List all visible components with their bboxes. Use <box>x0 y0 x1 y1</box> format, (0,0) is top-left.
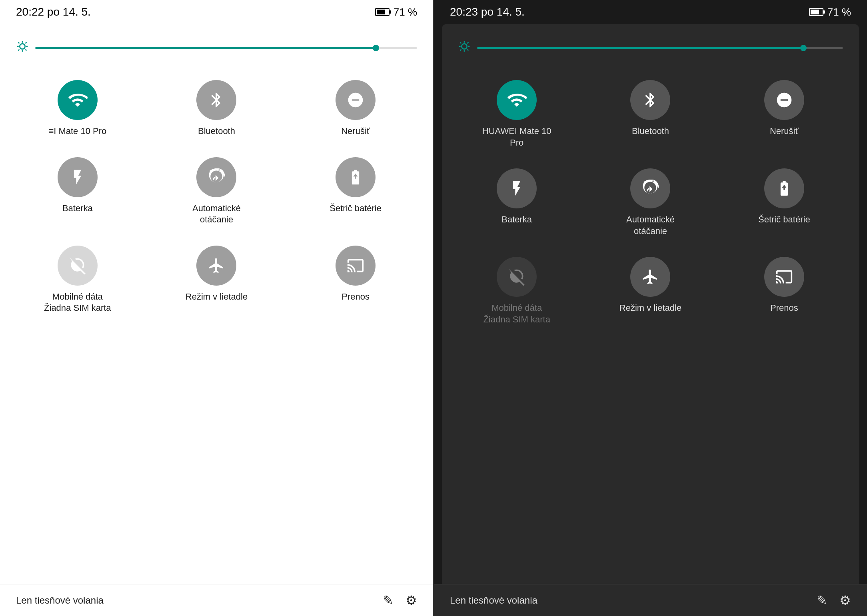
right-tile-wifi-label: HUAWEI Mate 10Pro <box>482 126 551 148</box>
left-brightness-slider[interactable] <box>35 47 417 49</box>
right-tile-airplane[interactable]: Režim v lietadle <box>583 249 717 333</box>
left-tile-wifi-circle <box>58 80 98 120</box>
left-tile-rotate-label: Automatickéotáčanie <box>192 203 241 226</box>
left-battery-label: 71 % <box>394 6 417 18</box>
right-tile-bluetooth-label: Bluetooth <box>632 126 669 137</box>
left-tile-dnd[interactable]: Nerušiť <box>286 72 425 145</box>
right-tile-battery-saver-label: Šetrič batérie <box>758 214 810 226</box>
svg-line-8 <box>18 50 20 51</box>
right-battery-label: 71 % <box>827 6 851 18</box>
svg-line-7 <box>26 42 27 44</box>
right-battery-icon <box>809 8 823 16</box>
right-notification-panel: HUAWEI Mate 10Pro Bluetooth Neruši <box>442 24 859 584</box>
left-tile-wifi[interactable]: ≡I Mate 10 Pro <box>8 72 147 145</box>
left-settings-icon[interactable]: ⚙ <box>406 593 417 608</box>
right-brightness-row[interactable] <box>442 32 859 68</box>
left-tile-mobile-data-label: Mobilné dáta <box>44 291 111 303</box>
left-tile-bluetooth-label: Bluetooth <box>198 126 235 137</box>
left-tile-rotate[interactable]: Automatickéotáčanie <box>147 149 286 234</box>
svg-line-5 <box>18 42 20 44</box>
left-brightness-thumb <box>373 45 379 51</box>
svg-line-17 <box>460 50 461 51</box>
left-bottom-bar: Len tiesňové volania ✎ ⚙ <box>0 584 433 616</box>
right-tile-rotate[interactable]: Automatickéotáčanie <box>583 160 717 245</box>
right-tile-rotate-circle <box>630 168 670 208</box>
right-battery-area: 71 % <box>809 6 851 18</box>
left-tile-battery-saver[interactable]: Šetrič batérie <box>286 149 425 234</box>
left-tile-flashlight-label: Baterka <box>62 203 93 214</box>
right-tile-rotate-label: Automatickéotáčanie <box>626 214 675 237</box>
right-tile-flashlight-circle <box>497 168 537 208</box>
svg-line-6 <box>26 50 27 51</box>
right-edit-icon[interactable]: ✎ <box>817 593 827 608</box>
right-tile-battery-saver-circle <box>764 168 804 208</box>
right-tile-wifi[interactable]: HUAWEI Mate 10Pro <box>450 72 583 156</box>
left-tile-cast-circle <box>336 246 376 286</box>
left-tile-mobile-data-sub: Žiadna SIM karta <box>44 302 111 314</box>
svg-point-0 <box>20 44 25 49</box>
right-tile-bluetooth-circle <box>630 80 670 120</box>
left-tile-battery-saver-circle <box>336 157 376 197</box>
svg-line-15 <box>467 50 469 51</box>
right-tile-cast[interactable]: Prenos <box>717 249 851 333</box>
right-tile-mobile-data[interactable]: Mobilné dáta Žiadna SIM karta <box>450 249 583 333</box>
left-brightness-row[interactable] <box>0 32 433 68</box>
left-tile-airplane-label: Režim v lietadle <box>186 291 248 303</box>
right-tile-battery-saver[interactable]: Šetrič batérie <box>717 160 851 245</box>
right-tile-flashlight[interactable]: Baterka <box>450 160 583 245</box>
right-tile-mobile-data-sub: Žiadna SIM karta <box>483 314 550 326</box>
left-tile-flashlight[interactable]: Baterka <box>8 149 147 234</box>
right-tile-mobile-data-label: Mobilné dáta <box>483 302 550 314</box>
right-tile-dnd[interactable]: Nerušiť <box>717 72 851 156</box>
left-edit-icon[interactable]: ✎ <box>383 593 394 608</box>
right-tile-dnd-circle <box>764 80 804 120</box>
right-tile-bluetooth[interactable]: Bluetooth <box>583 72 717 156</box>
left-tile-battery-saver-label: Šetrič batérie <box>330 203 382 214</box>
svg-line-14 <box>460 42 461 44</box>
left-brightness-track <box>35 47 379 49</box>
right-quick-tiles: HUAWEI Mate 10Pro Bluetooth Neruši <box>442 68 859 338</box>
right-tile-airplane-circle <box>630 257 670 297</box>
left-tile-flashlight-circle <box>58 157 98 197</box>
left-tile-dnd-circle <box>336 80 376 120</box>
right-tile-mobile-data-circle <box>497 257 537 297</box>
right-tile-dnd-label: Nerušiť <box>770 126 799 137</box>
right-settings-icon[interactable]: ⚙ <box>839 593 851 608</box>
left-tile-bluetooth-circle <box>196 80 236 120</box>
left-panel: 20:22 po 14. 5. 71 % <box>0 0 433 616</box>
left-bottom-label: Len tiesňové volania <box>16 595 104 606</box>
left-tile-cast-label: Prenos <box>342 291 370 303</box>
right-bottom-bar: Len tiesňové volania ✎ ⚙ <box>434 584 867 616</box>
left-tile-mobile-data[interactable]: Mobilné dáta Žiadna SIM karta <box>8 238 147 322</box>
right-bottom-label: Len tiesňové volania <box>450 595 537 606</box>
left-bottom-icons: ✎ ⚙ <box>383 593 417 608</box>
right-brightness-track <box>477 47 807 49</box>
left-tile-wifi-label: ≡I Mate 10 Pro <box>48 126 106 137</box>
svg-point-9 <box>461 44 467 49</box>
left-battery-area: 71 % <box>375 6 417 18</box>
right-tile-cast-label: Prenos <box>770 302 798 314</box>
left-status-bar: 20:22 po 14. 5. 71 % <box>0 0 433 24</box>
right-panel: 20:23 po 14. 5. 71 % <box>434 0 867 616</box>
left-tile-airplane[interactable]: Režim v lietadle <box>147 238 286 322</box>
right-tile-flashlight-label: Baterka <box>501 214 532 226</box>
left-brightness-icon <box>16 40 29 56</box>
left-tile-dnd-label: Nerušiť <box>341 126 370 137</box>
svg-line-16 <box>467 42 469 44</box>
left-tile-bluetooth[interactable]: Bluetooth <box>147 72 286 145</box>
left-tile-airplane-circle <box>196 246 236 286</box>
left-tile-rotate-circle <box>196 157 236 197</box>
right-status-bar: 20:23 po 14. 5. 71 % <box>434 0 867 24</box>
right-brightness-slider[interactable] <box>477 47 843 49</box>
right-tile-airplane-label: Režim v lietadle <box>619 302 681 314</box>
left-notification-panel: ≡I Mate 10 Pro Bluetooth Nerušiť <box>0 24 433 584</box>
right-brightness-thumb <box>800 45 807 51</box>
left-battery-icon <box>375 8 390 16</box>
left-tile-mobile-data-circle <box>58 246 98 286</box>
left-time: 20:22 po 14. 5. <box>16 6 91 18</box>
right-brightness-icon <box>458 40 471 56</box>
right-bottom-icons: ✎ ⚙ <box>817 593 851 608</box>
left-tile-cast[interactable]: Prenos <box>286 238 425 322</box>
right-tile-wifi-circle <box>497 80 537 120</box>
right-tile-cast-circle <box>764 257 804 297</box>
